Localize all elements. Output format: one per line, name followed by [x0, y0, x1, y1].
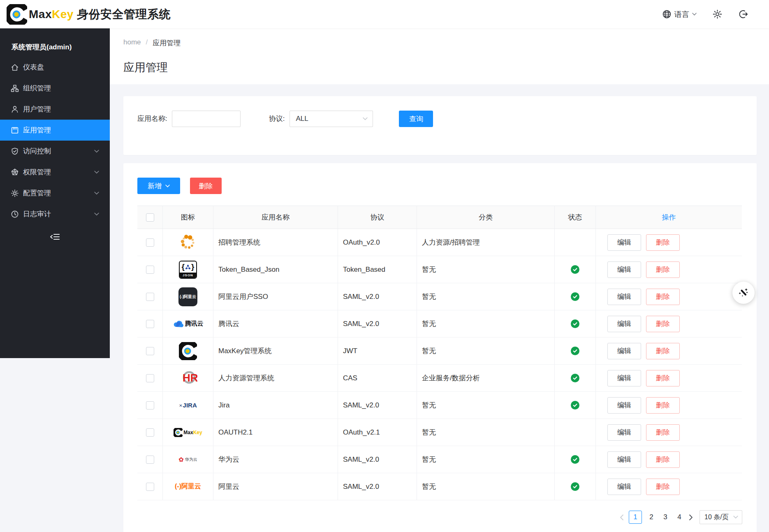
- sidebar-item-7[interactable]: 日志审计: [0, 204, 110, 224]
- row-delete-button[interactable]: 删除: [646, 343, 680, 359]
- app-name-cell: 腾讯云: [213, 310, 338, 337]
- row-delete-button[interactable]: 删除: [646, 316, 680, 332]
- actions-cell: 编辑删除: [596, 392, 742, 419]
- edit-button[interactable]: 编辑: [607, 397, 641, 414]
- main-content: home / 应用管理 应用管理 应用名称: 协议: ALL 查询 新增 删除: [110, 28, 769, 532]
- row-checkbox[interactable]: [146, 401, 154, 409]
- category-value: 暂无: [422, 292, 436, 301]
- protocol-value: JWT: [343, 347, 357, 355]
- row-delete-button[interactable]: 删除: [646, 397, 680, 414]
- table-header-row: 图标应用名称协议分类状态操作: [137, 206, 742, 229]
- sidebar-item-4[interactable]: 访问控制: [0, 141, 110, 162]
- app-icon-cell: [163, 229, 213, 256]
- row-checkbox[interactable]: [146, 456, 154, 464]
- table-row: {}JSONToken_Based_JsonToken_Based暂无编辑删除: [137, 256, 742, 283]
- row-checkbox[interactable]: [146, 428, 154, 437]
- search-button[interactable]: 查询: [399, 111, 433, 127]
- add-button[interactable]: 新增: [137, 178, 180, 194]
- sidebar-item-5[interactable]: 权限管理: [0, 162, 110, 183]
- app-name-cell: OAUTH2.1: [213, 419, 338, 446]
- table-row: ✕JIRAJiraSAML_v2.0暂无编辑删除: [137, 392, 742, 419]
- logout-icon[interactable]: [738, 9, 748, 19]
- edit-button[interactable]: 编辑: [607, 343, 641, 359]
- collapse-sidebar-button[interactable]: [0, 228, 110, 246]
- check-circle-icon: [571, 455, 579, 464]
- row-delete-button[interactable]: 删除: [646, 479, 680, 495]
- category-cell: 暂无: [417, 338, 555, 364]
- permission-icon: [11, 168, 19, 176]
- application-icon: [11, 126, 19, 134]
- sidebar-menu: 仪表盘组织管理用户管理应用管理访问控制权限管理配置管理日志审计: [0, 57, 110, 224]
- pagination-next-button[interactable]: [689, 514, 693, 520]
- app-name: MaxKey管理系统: [218, 346, 271, 356]
- table-body: 招聘管理系统OAuth_v2.0人力资源/招聘管理编辑删除{}JSONToken…: [137, 229, 742, 500]
- applications-table: 图标应用名称协议分类状态操作 招聘管理系统OAuth_v2.0人力资源/招聘管理…: [137, 206, 742, 500]
- row-delete-button[interactable]: 删除: [646, 234, 680, 251]
- breadcrumb-separator: /: [146, 38, 148, 48]
- column-header-label: 协议: [371, 213, 384, 222]
- row-delete-button[interactable]: 删除: [646, 424, 680, 441]
- edit-button[interactable]: 编辑: [607, 479, 641, 495]
- language-selector[interactable]: 语言: [662, 9, 697, 19]
- sidebar-item-label: 组织管理: [23, 83, 51, 93]
- table-toolbar: 新增 删除: [137, 178, 742, 194]
- chevron-down-icon: [94, 213, 99, 216]
- pagination-page-4[interactable]: 4: [675, 511, 684, 524]
- edit-button[interactable]: 编辑: [607, 289, 641, 305]
- edit-button[interactable]: 编辑: [607, 424, 641, 441]
- row-delete-button[interactable]: 删除: [646, 370, 680, 386]
- row-delete-button[interactable]: 删除: [646, 451, 680, 468]
- sidebar-item-0[interactable]: 仪表盘: [0, 57, 110, 78]
- row-checkbox[interactable]: [146, 347, 154, 355]
- category-value: 暂无: [422, 482, 436, 491]
- aliyun-orange-logo: (-)阿里云: [175, 482, 201, 491]
- actions-cell: 编辑删除: [596, 338, 742, 364]
- edit-button[interactable]: 编辑: [607, 316, 641, 332]
- sidebar-item-3[interactable]: 应用管理: [0, 120, 110, 141]
- row-checkbox[interactable]: [146, 483, 154, 491]
- chevron-down-icon: [363, 117, 368, 120]
- sidebar-item-2[interactable]: 用户管理: [0, 99, 110, 120]
- category-cell: 暂无: [417, 256, 555, 283]
- row-checkbox[interactable]: [146, 320, 154, 328]
- app-name: Jira: [218, 401, 229, 409]
- pagination-prev-button[interactable]: [620, 514, 624, 520]
- huawei-cloud-logo: ✿华为云: [178, 456, 197, 463]
- protocol-select[interactable]: ALL: [290, 111, 373, 127]
- row-delete-button[interactable]: 删除: [646, 261, 680, 278]
- row-checkbox[interactable]: [146, 266, 154, 274]
- edit-button[interactable]: 编辑: [607, 370, 641, 386]
- sidebar-item-1[interactable]: 组织管理: [0, 78, 110, 99]
- pagination-page-1[interactable]: 1: [629, 511, 642, 524]
- sidebar-item-6[interactable]: 配置管理: [0, 183, 110, 204]
- category-cell: 人力资源/招聘管理: [417, 229, 555, 256]
- row-checkbox[interactable]: [146, 374, 154, 382]
- row-delete-button[interactable]: 删除: [646, 289, 680, 305]
- row-checkbox[interactable]: [146, 238, 154, 247]
- app-name: 阿里云用户SSO: [218, 292, 268, 301]
- add-button-label: 新增: [148, 181, 162, 191]
- column-header: 应用名称: [213, 206, 338, 229]
- select-all-checkbox[interactable]: [146, 213, 154, 222]
- edit-button[interactable]: 编辑: [607, 451, 641, 468]
- breadcrumb-home-link[interactable]: home: [123, 38, 141, 48]
- edit-button[interactable]: 编辑: [607, 234, 641, 251]
- status-cell: [555, 338, 596, 364]
- protocol-cell: SAML_v2.0: [338, 310, 417, 337]
- row-checkbox[interactable]: [146, 293, 154, 301]
- category-value: 暂无: [422, 265, 436, 274]
- theme-tool-fab[interactable]: [732, 282, 755, 304]
- delete-button[interactable]: 删除: [190, 178, 222, 194]
- magic-wand-icon: [738, 287, 749, 298]
- header-actions: 语言: [662, 9, 769, 19]
- edit-button[interactable]: 编辑: [607, 261, 641, 278]
- app-name-input[interactable]: [172, 111, 241, 127]
- page-size-select[interactable]: 10 条/页: [700, 510, 742, 524]
- status-cell: [555, 365, 596, 391]
- settings-gear-icon[interactable]: [712, 9, 723, 19]
- pagination-page-3[interactable]: 3: [661, 511, 670, 524]
- aliyun-dark-logo: (-)阿里云: [178, 287, 197, 306]
- protocol-value: CAS: [343, 374, 357, 382]
- category-value: 企业服务/数据分析: [422, 373, 480, 383]
- pagination-page-2[interactable]: 2: [647, 511, 656, 524]
